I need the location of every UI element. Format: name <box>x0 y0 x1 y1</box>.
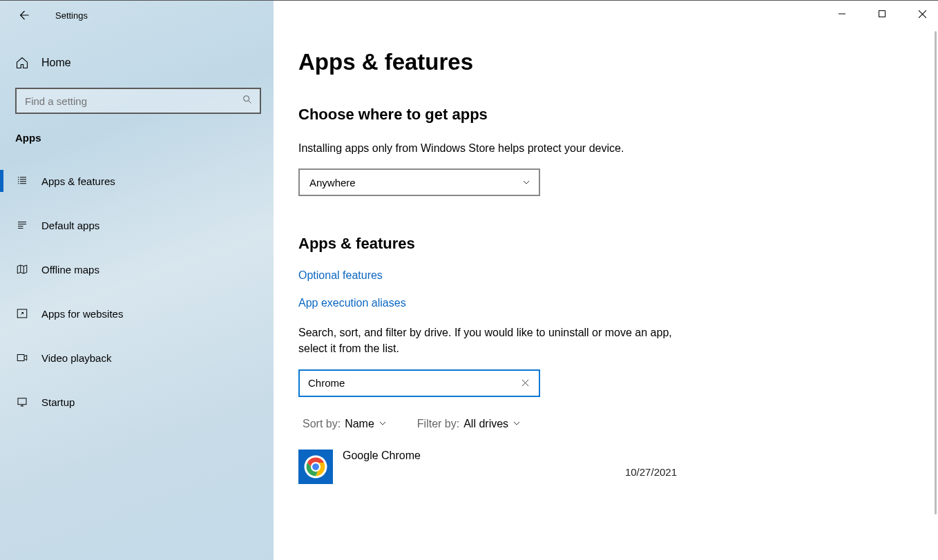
nav-label: Offline maps <box>41 264 99 276</box>
chevron-down-icon <box>379 418 387 430</box>
nav-item-apps-features[interactable]: Apps & features <box>0 166 274 196</box>
search-icon <box>242 94 253 108</box>
app-aliases-link[interactable]: App execution aliases <box>298 297 913 309</box>
page-title: Apps & features <box>298 49 913 75</box>
optional-features-link[interactable]: Optional features <box>298 269 913 282</box>
nav-label: Apps & features <box>41 175 115 187</box>
home-button[interactable]: Home <box>0 49 274 77</box>
scrollbar[interactable] <box>930 31 938 560</box>
source-dropdown[interactable]: Anywhere <box>298 168 540 196</box>
sort-filter-row: Sort by: Name Filter by: All drives <box>303 418 913 430</box>
apps-features-section: Apps & features Optional features App ex… <box>298 235 913 483</box>
app-name: Google Chrome <box>343 450 421 462</box>
settings-search-input[interactable] <box>25 95 242 107</box>
app-list-item[interactable]: Google Chrome 10/27/2021 <box>298 450 677 484</box>
app-search-input[interactable] <box>308 377 519 389</box>
choose-apps-section: Choose where to get apps Installing apps… <box>298 106 913 196</box>
apps-features-description: Search, sort, and filter by drive. If yo… <box>298 325 685 356</box>
sort-by-control[interactable]: Sort by: Name <box>303 418 387 430</box>
nav-label: Startup <box>41 396 75 408</box>
choose-apps-description: Installing apps only from Windows Store … <box>298 140 685 156</box>
sidebar-section-label: Apps <box>15 132 274 144</box>
home-label: Home <box>41 57 71 69</box>
default-apps-icon <box>15 218 29 232</box>
filter-by-value: All drives <box>463 418 508 430</box>
sort-by-value: Name <box>345 418 374 430</box>
close-button[interactable] <box>912 3 932 24</box>
apps-websites-icon <box>15 307 29 320</box>
nav-item-apps-websites[interactable]: Apps for websites <box>0 298 274 329</box>
home-icon <box>15 56 29 70</box>
nav-label: Default apps <box>41 220 99 231</box>
sidebar-header: Settings <box>0 1 274 30</box>
video-playback-icon <box>15 351 29 365</box>
sidebar-nav: Apps & features Default apps Offline map… <box>0 166 274 417</box>
settings-search-row <box>15 88 261 114</box>
filter-by-label: Filter by: <box>417 418 459 430</box>
nav-item-startup[interactable]: Startup <box>0 387 274 417</box>
offline-maps-icon <box>15 262 29 276</box>
sidebar: Settings Home Apps Apps & features Defau… <box>0 1 274 560</box>
settings-search-box[interactable] <box>15 88 261 114</box>
sort-by-label: Sort by: <box>303 418 341 430</box>
filter-by-control[interactable]: Filter by: All drives <box>417 418 521 430</box>
dropdown-value: Anywhere <box>309 177 356 189</box>
maximize-button[interactable] <box>872 3 892 24</box>
apps-features-heading: Apps & features <box>298 235 913 253</box>
app-install-date: 10/27/2021 <box>625 466 677 478</box>
choose-apps-heading: Choose where to get apps <box>298 106 913 124</box>
chevron-down-icon <box>522 177 530 189</box>
chrome-icon <box>298 450 333 484</box>
svg-point-0 <box>244 96 249 102</box>
main-content: Apps & features Choose where to get apps… <box>274 1 938 560</box>
startup-icon <box>15 395 29 409</box>
apps-features-icon <box>15 174 29 188</box>
app-search-box[interactable] <box>298 369 540 397</box>
svg-rect-4 <box>879 11 886 17</box>
nav-label: Video playback <box>41 352 111 364</box>
minimize-button[interactable] <box>832 3 852 24</box>
svg-rect-3 <box>18 398 26 405</box>
chevron-down-icon <box>513 418 521 430</box>
svg-rect-2 <box>17 355 24 361</box>
nav-label: Apps for websites <box>41 308 123 320</box>
nav-item-offline-maps[interactable]: Offline maps <box>0 254 274 284</box>
nav-item-default-apps[interactable]: Default apps <box>0 210 274 240</box>
clear-search-button[interactable] <box>519 374 532 392</box>
scrollbar-thumb[interactable] <box>935 31 937 514</box>
window-controls <box>832 3 932 24</box>
app-info: Google Chrome 10/27/2021 <box>343 450 677 478</box>
back-button[interactable] <box>17 8 30 22</box>
window-title: Settings <box>55 10 88 21</box>
nav-item-video-playback[interactable]: Video playback <box>0 342 274 373</box>
